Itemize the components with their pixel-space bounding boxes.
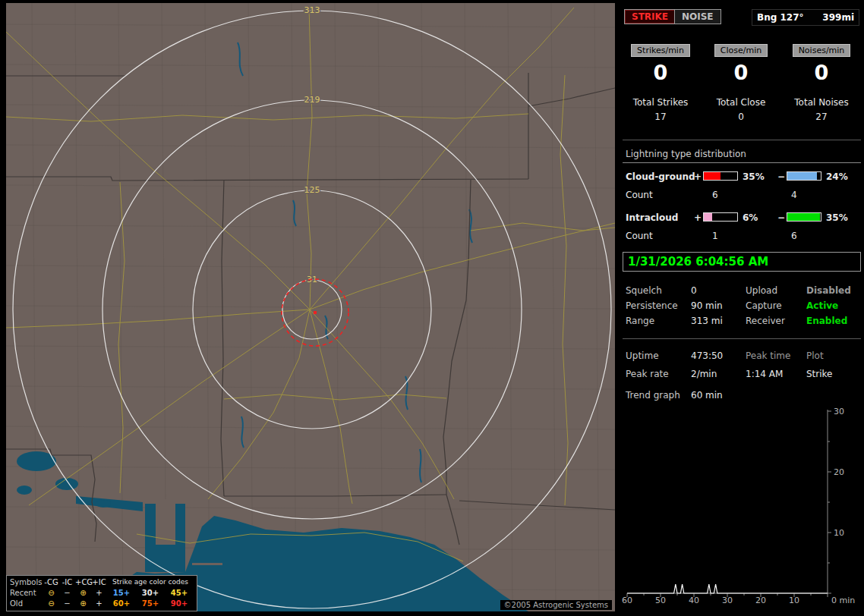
range-setting-value: 313 mi — [691, 316, 723, 326]
cg-negative-pct: 24% — [826, 171, 848, 182]
count-label: Count — [626, 190, 653, 200]
close-chip-cell: Close/min — [703, 44, 779, 57]
rate-value-row: 0 0 0 — [621, 61, 864, 86]
age-45: 45+ — [165, 589, 194, 597]
status-row-3: Trend graph 60 min — [621, 390, 864, 404]
cloud-ground-label: Cloud-ground — [626, 171, 695, 182]
trend-window-value: 60 min — [691, 390, 723, 401]
strikes-per-min-value: 0 — [623, 61, 698, 84]
close-per-min-value: 0 — [703, 61, 779, 84]
minus-sign: − — [777, 171, 785, 182]
ring-label-313: 313 — [304, 5, 320, 15]
cloud-ground-count-row: Count 6 4 — [621, 190, 864, 203]
svg-text:10: 10 — [789, 596, 799, 605]
ic-positive-bar — [703, 212, 738, 222]
nexstorm-window: 313 219 125 31 Symbols -CG -IC +CG +IC S… — [0, 0, 864, 616]
age-30: 30+ — [136, 589, 165, 597]
divider — [623, 140, 861, 140]
plus-sign: + — [694, 171, 702, 182]
svg-text:30: 30 — [834, 407, 844, 416]
svg-text:10: 10 — [834, 528, 844, 538]
persistence-value: 90 min — [691, 300, 723, 311]
strikes-chip-cell: Strikes/min — [623, 44, 698, 57]
peak-time-label: Peak time — [746, 350, 790, 361]
uptime-label: Uptime — [626, 350, 659, 361]
cg-negative-count: 4 — [791, 190, 797, 200]
legend-header-row: Symbols -CG -IC +CG +IC Strike age color… — [8, 577, 195, 587]
noises-per-min-value: 0 — [784, 61, 859, 84]
total-strikes-value: 17 — [623, 112, 698, 122]
capture-status: Active — [806, 300, 838, 311]
sensor-location-marker — [314, 311, 317, 314]
svg-text:20: 20 — [834, 467, 844, 477]
minus-sign: − — [777, 212, 785, 223]
axis-ticks — [627, 411, 831, 597]
svg-text:50: 50 — [655, 596, 666, 605]
cg-positive-count: 6 — [712, 190, 718, 200]
ic-negative-pct: 35% — [826, 212, 848, 223]
legend-recent-row: Recent ⊖ − ⊕ + 15+ 30+ 45+ — [8, 587, 195, 598]
neg-ic-symbol-icon: − — [59, 599, 75, 608]
pos-cg-symbol-icon: ⊕ — [75, 599, 91, 608]
ring-label-219: 219 — [304, 95, 320, 105]
close-per-min-chip[interactable]: Close/min — [714, 44, 768, 57]
total-label-row: Total Strikes Total Close Total Noises — [621, 97, 864, 111]
strikes-per-min-chip[interactable]: Strikes/min — [631, 44, 690, 57]
noise-mode-button[interactable]: NOISE — [674, 9, 721, 24]
mode-row: STRIKE NOISE Bng 127° 399mi — [621, 9, 864, 27]
settings-row-1: Squelch 0 Upload Disabled — [621, 285, 864, 299]
neg-ic-symbol-icon: − — [59, 589, 75, 597]
legend-title: Symbols — [8, 578, 43, 586]
plot-label: Plot — [806, 350, 824, 361]
settings-row-2: Persistence 90 min Capture Active — [621, 300, 864, 314]
total-close-label: Total Close — [703, 97, 779, 108]
neg-cg-symbol-icon: ⊖ — [43, 589, 59, 597]
age-15: 15+ — [107, 589, 136, 597]
map-canvas[interactable]: 313 219 125 31 — [6, 3, 615, 611]
legend-col-neg-cg: -CG — [43, 578, 59, 586]
strike-mode-button[interactable]: STRIKE — [624, 9, 676, 24]
total-noises-label: Total Noises — [784, 97, 859, 108]
legend-age-title: Strike age color codes — [107, 578, 194, 586]
peak-time-value: 1:14 AM — [746, 369, 783, 379]
range-value: 399mi — [822, 12, 854, 23]
ic-positive-pct: 6% — [743, 212, 758, 223]
legend-row-label: Recent — [8, 589, 43, 597]
ic-negative-bar — [787, 212, 821, 222]
strike-rate-series — [627, 584, 828, 593]
pos-ic-symbol-icon: + — [91, 599, 107, 608]
status-panel: STRIKE NOISE Bng 127° 399mi Strikes/min … — [621, 0, 864, 616]
bearing-value: Bng 127° — [757, 12, 804, 23]
svg-text:0 min: 0 min — [831, 596, 855, 605]
legend-col-neg-ic: -IC — [59, 578, 75, 586]
total-strikes-label: Total Strikes — [623, 97, 698, 108]
distribution-title: Lightning type distribution — [623, 149, 861, 163]
upload-label: Upload — [746, 285, 777, 296]
cloud-ground-row: Cloud-ground + 35% − 24% — [621, 171, 864, 185]
squelch-label: Squelch — [626, 285, 662, 296]
noises-chip-cell: Noises/min — [784, 44, 859, 57]
legend-row-label: Old — [8, 599, 43, 608]
strike-legend: Symbols -CG -IC +CG +IC Strike age color… — [6, 575, 197, 611]
svg-text:30: 30 — [722, 596, 733, 605]
persistence-label: Persistence — [626, 300, 678, 311]
divider — [623, 338, 861, 339]
datetime-box: 1/31/2026 6:04:56 AM — [623, 252, 861, 272]
trend-graph-label: Trend graph — [626, 390, 680, 401]
noises-per-min-chip[interactable]: Noises/min — [793, 44, 851, 57]
legend-col-pos-cg: +CG — [75, 578, 91, 586]
settings-row-3: Range 313 mi Receiver Enabled — [621, 316, 864, 329]
receiver-label: Receiver — [746, 316, 785, 326]
cg-positive-pct: 35% — [743, 171, 765, 182]
intracloud-row: Intracloud + 6% − 35% — [621, 212, 864, 226]
capture-label: Capture — [746, 300, 782, 311]
legend-old-row: Old ⊖ − ⊕ + 60+ 75+ 90+ — [8, 598, 195, 608]
pos-cg-symbol-icon: ⊕ — [75, 589, 91, 597]
age-60: 60+ — [107, 599, 136, 608]
cg-positive-bar — [703, 171, 738, 181]
datetime-value: 1/31/2026 6:04:56 AM — [628, 255, 768, 269]
svg-text:60: 60 — [622, 596, 632, 605]
plus-sign: + — [694, 212, 702, 223]
axis-labels: 6050403020103020100 min — [622, 407, 855, 605]
lightning-map[interactable]: 313 219 125 31 Symbols -CG -IC +CG +IC S… — [6, 3, 615, 611]
